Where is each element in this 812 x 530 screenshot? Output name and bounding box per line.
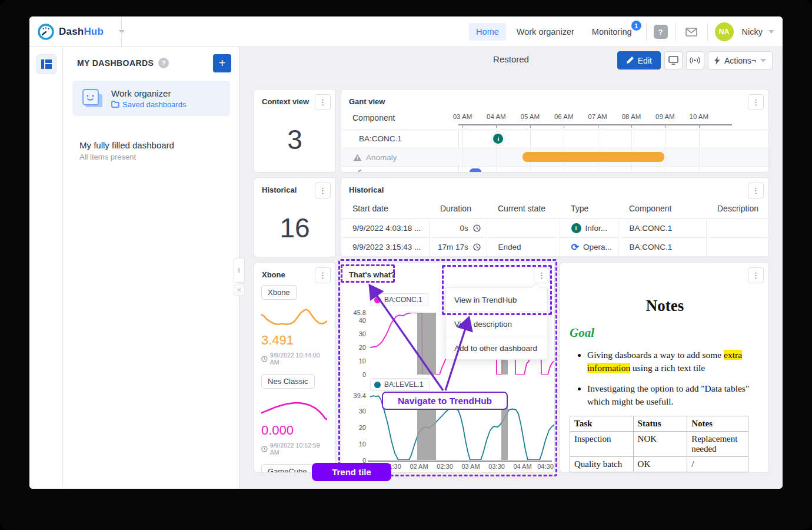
gantt-hour-label: 06 AM — [549, 113, 578, 120]
tile-menu-button[interactable]: ⋮ — [534, 267, 550, 283]
ytick: 39.4 — [342, 392, 366, 399]
panel-help-icon[interactable]: ? — [158, 58, 169, 68]
gantt-hour-label: 10 AM — [684, 113, 714, 120]
add-dashboard-button[interactable]: + — [213, 54, 231, 72]
splitter-handle-icon[interactable]: ‖ — [234, 258, 245, 283]
partial-event-pill[interactable] — [470, 168, 481, 173]
gantt-hour-label: 03 AM — [448, 113, 477, 120]
tile-menu-button[interactable]: ⋮ — [315, 267, 331, 283]
bullet-item: Investigating the option to add "Data ta… — [587, 382, 760, 409]
chip-xbone[interactable]: Xbone — [261, 285, 297, 300]
tile-menu-button[interactable]: ⋮ — [748, 267, 764, 283]
actions-button[interactable]: Actions¬ — [708, 51, 773, 69]
tile-gant-view: Gant view ⋮ Component 03 AM04 AM05 AM06 … — [341, 89, 769, 173]
live-broadcast-button[interactable] — [686, 51, 704, 69]
trend-tile-surface: That's what? ⋮ BA:CONC.1 45.8 40 30 20 1… — [341, 263, 554, 472]
gantt-row-component[interactable]: BA:CONC.1 — [341, 129, 768, 148]
dashboard-item-work-organizer[interactable]: Work organizer Saved dashboards — [72, 81, 230, 116]
table-row[interactable]: 9/9/2022 4:03:18 ... 0s iInfor... BA:CON… — [341, 219, 769, 238]
dashboard-toolbar: Restored Edit Ac — [239, 47, 783, 74]
dashboard-title: My fully filled dashboard — [79, 140, 223, 150]
brand[interactable]: DashHub — [38, 16, 125, 47]
folder-face-icon — [79, 87, 104, 110]
legend-ba-level1: BA:LEVEL.1 — [370, 378, 430, 391]
app-window: DashHub Home Work organizer Monitoring1 … — [29, 16, 783, 489]
tile-title: Historical — [349, 186, 384, 194]
nav-tab-home[interactable]: Home — [469, 23, 506, 41]
table-row[interactable]: 9/9/2022 3:15:43 ... 17m 17s Ended ⟳Oper… — [341, 238, 769, 257]
help-icon[interactable]: ? — [654, 25, 668, 39]
tile-title: Gant view — [349, 97, 385, 106]
chip-nes-classic[interactable]: Nes Classic — [261, 374, 315, 389]
ytick: 0 — [342, 371, 366, 378]
clock-icon — [261, 446, 268, 452]
clock-icon — [473, 243, 481, 251]
trend-tile-button[interactable]: Trend tile — [312, 463, 391, 481]
clock-icon — [473, 224, 481, 232]
menu-item-add-to-other-dashboard[interactable]: Add to other dashboard — [446, 336, 547, 360]
nav-tab-work-organizer[interactable]: Work organizer — [510, 23, 581, 41]
tile-menu-button[interactable]: ⋮ — [748, 94, 764, 110]
dashboard-title: Work organizer — [111, 88, 186, 98]
tile-trend: That's what? ⋮ BA:CONC.1 45.8 40 30 20 1… — [341, 262, 555, 473]
tile-menu-button[interactable]: ⋮ — [315, 183, 331, 198]
tile-historical-table: Historical ⋮ Start date Duration Current… — [341, 177, 769, 257]
notes-table: Task Status Notes InspectionNOKReplaceme… — [570, 416, 748, 472]
col-start-date: Start date — [341, 199, 429, 219]
avatar[interactable]: NA — [715, 22, 734, 41]
tile-xbone: Xbone ⋮ Xbone 3.491 9/9/2022 10:44:00 AM… — [254, 262, 336, 473]
dashboard-grid-icon — [41, 59, 52, 69]
broadcast-icon — [690, 57, 700, 64]
sparkline-xbone — [261, 306, 327, 332]
operation-icon — [357, 169, 366, 173]
edit-button[interactable]: Edit — [617, 51, 661, 69]
dashboards-panel: MY DASHBOARDS ? + Work organizer Saved d… — [63, 47, 239, 489]
brand-chevron-down-icon[interactable] — [119, 30, 125, 34]
tile-title: Context view — [262, 97, 309, 106]
tile-title: That's what? — [349, 270, 395, 279]
menu-item-view-in-trendhub[interactable]: View in TrendHub — [446, 288, 547, 312]
xtick: 02:30 — [433, 463, 457, 470]
col-component: Component — [618, 199, 706, 219]
notes-col-task: Task — [570, 416, 634, 431]
gantt-hour-label: 05 AM — [515, 113, 545, 120]
dashboards-panel-toggle[interactable] — [36, 54, 56, 74]
folder-icon — [111, 101, 119, 108]
xtick: 04 AM — [511, 463, 534, 470]
navigate-to-trendhub-label: Navigate to TrendHub — [382, 392, 508, 410]
nav-tab-monitoring[interactable]: Monitoring1 — [585, 23, 639, 41]
panel-splitter[interactable]: ‖ ✕ — [234, 258, 245, 296]
historical-count: 16 — [254, 212, 335, 244]
table-row: Quality batchOK/ — [570, 456, 748, 472]
ytick: 10 — [342, 440, 366, 448]
splitter-close-icon[interactable]: ✕ — [234, 284, 245, 296]
gantt-component-header: Component — [352, 113, 395, 122]
anomaly-bar[interactable] — [523, 152, 664, 162]
icon-strip — [29, 47, 63, 489]
present-button[interactable] — [664, 51, 683, 69]
gantt-row-partial[interactable] — [341, 166, 768, 173]
tile-menu-button[interactable]: ⋮ — [315, 94, 331, 110]
legend-ba-conc1: BA:CONC.1 — [370, 293, 428, 306]
clock-icon — [261, 356, 268, 362]
chip-gamecube[interactable]: GameCube — [261, 464, 313, 473]
gantt-hour-label: 07 AM — [583, 113, 613, 120]
ytick: 40 — [342, 317, 366, 324]
ytick: 45.8 — [342, 309, 366, 316]
pencil-icon — [626, 57, 634, 64]
mail-icon[interactable] — [683, 23, 700, 41]
menu-item-view-description[interactable]: View description — [446, 312, 547, 336]
ytick: 30 — [342, 330, 366, 337]
tile-context-view: Context view ⋮ 3 — [254, 89, 336, 173]
ytick: 20 — [342, 424, 366, 431]
notes-bullet-list: Giving dasboards a way to add some extra… — [587, 349, 760, 409]
user-chevron-down-icon[interactable] — [768, 30, 774, 34]
ytick: 30 — [342, 408, 366, 415]
dashboard-item-fully-filled[interactable]: My fully filled dashboard All items pres… — [72, 134, 230, 167]
col-type: Type — [560, 199, 618, 219]
tile-menu-button[interactable]: ⋮ — [748, 183, 764, 198]
value-xbone: 3.491 — [261, 333, 330, 348]
sparkline-nes-classic — [261, 395, 327, 422]
notes-col-notes: Notes — [687, 416, 748, 431]
brand-name: DashHub — [59, 26, 104, 38]
